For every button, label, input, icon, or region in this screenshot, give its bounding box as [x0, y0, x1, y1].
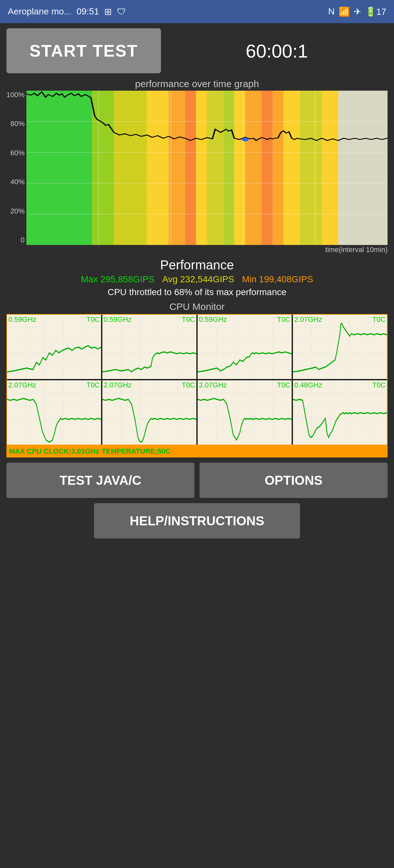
performance-title: Performance [6, 258, 388, 272]
cpu-cell-header-2: 0.59GHz T0C [199, 315, 290, 324]
y-axis: 100% 80% 60% 40% 20% 0 [6, 91, 26, 245]
cpu-freq-2: 0.59GHz [199, 315, 227, 324]
performance-note: CPU throttled to 68% of its max performa… [6, 287, 388, 298]
graph-wrapper: 100% 80% 60% 40% 20% 0 [6, 91, 388, 245]
cpu-cell-header-7: 0.48GHz T0C [294, 381, 386, 389]
performance-stats: Max 295,858GIPS Avg 232,544GIPS Min 199,… [6, 274, 388, 284]
svg-rect-15 [300, 91, 322, 245]
airplane-icon: ✈ [354, 6, 361, 17]
app-name: Aeroplane mo... [8, 6, 72, 17]
y-label-80: 80% [10, 120, 25, 128]
y-label-40: 40% [10, 178, 25, 186]
cpu-cell-7: 0.48GHz T0C [293, 380, 387, 444]
cpu-temp-6: T0C [277, 381, 290, 389]
cpu-freq-0: 0.59GHz [8, 315, 36, 324]
stat-avg: Avg 232,544GIPS [162, 274, 234, 284]
clipboard-icon: ⊞ [104, 6, 112, 17]
cpu-cell-5: 2.07GHz T0C [102, 380, 196, 444]
y-label-100: 100% [6, 91, 25, 99]
cpu-temp-5: T0C [181, 381, 195, 389]
cpu-temp-1: T0C [181, 315, 195, 324]
cpu-cell-3: 2.07GHz T0C [293, 315, 387, 379]
graph-area [26, 91, 388, 245]
svg-rect-72 [102, 380, 196, 444]
cpu-cell-header-3: 2.07GHz T0C [294, 315, 386, 324]
test-java-button[interactable]: TEST JAVA/C [6, 463, 194, 498]
status-right: N 📶 ✈ 🔋17 [328, 6, 386, 17]
cpu-freq-4: 2.07GHz [8, 381, 36, 389]
status-bar: Aeroplane mo... 09:51 ⊞ 🛡 N 📶 ✈ 🔋17 [0, 0, 394, 23]
cpu-cell-2: 0.59GHz T0C [198, 315, 292, 379]
svg-rect-1 [26, 91, 92, 245]
svg-rect-12 [262, 91, 273, 245]
performance-section: Performance Max 295,858GIPS Avg 232,544G… [6, 258, 388, 298]
wifi-icon: 📶 [339, 6, 350, 17]
svg-rect-13 [273, 91, 284, 245]
cpu-cell-6: 2.07GHz T0C [198, 380, 292, 444]
cpu-monitor-title: CPU Monitor [6, 301, 388, 312]
cpu-temp-3: T0C [372, 315, 386, 324]
stat-max: Max 295,858GIPS [81, 274, 154, 284]
y-label-60: 60% [10, 149, 25, 157]
stat-min: Min 199,408GIPS [242, 274, 313, 284]
x-axis-label: time(interval 10min) [6, 246, 388, 254]
svg-rect-81 [198, 380, 292, 444]
cpu-freq-3: 2.07GHz [294, 315, 322, 324]
cpu-temp-7: T0C [372, 381, 386, 389]
cpu-cell-header-0: 0.59GHz T0C [8, 315, 100, 324]
start-test-button[interactable]: START TEST [6, 28, 161, 73]
svg-rect-3 [114, 91, 147, 245]
svg-rect-7 [196, 91, 207, 245]
svg-rect-17 [338, 91, 388, 245]
performance-graph-container: performance over time graph 100% 80% 60%… [6, 79, 388, 254]
shield-icon: 🛡 [117, 6, 126, 17]
cpu-cell-4: 2.07GHz T0C [7, 380, 101, 444]
cpu-temperature: TEMPERATURE:50C [102, 447, 171, 456]
cpu-freq-6: 2.07GHz [199, 381, 227, 389]
top-row: START TEST 60:00:1 [6, 28, 388, 73]
graph-title: performance over time graph [6, 79, 388, 89]
cpu-freq-5: 2.07GHz [104, 381, 132, 389]
nfc-icon: N [328, 6, 335, 17]
cpu-monitor-grid: 0.59GHz T0C 0.59GHz T0C [6, 314, 388, 445]
svg-rect-10 [234, 91, 245, 245]
cpu-cell-0: 0.59GHz T0C [7, 315, 101, 379]
svg-rect-11 [245, 91, 262, 245]
svg-rect-8 [207, 91, 223, 245]
help-instructions-button[interactable]: HELP/INSTRUCTIONS [94, 503, 300, 538]
svg-rect-16 [322, 91, 338, 245]
cpu-freq-7: 0.48GHz [294, 381, 322, 389]
cpu-cell-1: 0.59GHz T0C [102, 315, 196, 379]
main-content: START TEST 60:00:1 performance over time… [0, 23, 394, 544]
options-button[interactable]: OPTIONS [200, 463, 388, 498]
help-button-container: HELP/INSTRUCTIONS [6, 503, 388, 538]
timer-display: 60:00:1 [166, 40, 388, 62]
cpu-cell-header-1: 0.59GHz T0C [104, 315, 195, 324]
svg-rect-2 [92, 91, 114, 245]
cpu-max-clock: MAX CPU CLOCK:3.01GHz [9, 447, 99, 456]
cpu-temp-0: T0C [86, 315, 100, 324]
status-left: Aeroplane mo... 09:51 ⊞ 🛡 [8, 6, 126, 17]
cpu-footer: MAX CPU CLOCK:3.01GHz TEMPERATURE:50C [6, 445, 388, 458]
svg-rect-14 [284, 91, 300, 245]
y-label-20: 20% [10, 207, 25, 215]
y-label-0: 0 [21, 236, 25, 244]
battery-icon: 🔋17 [365, 6, 386, 17]
svg-rect-9 [223, 91, 234, 245]
cpu-cell-header-6: 2.07GHz T0C [199, 381, 290, 389]
svg-point-26 [242, 137, 249, 142]
svg-rect-6 [185, 91, 196, 245]
status-time: 09:51 [77, 6, 99, 17]
cpu-freq-1: 0.59GHz [104, 315, 132, 324]
cpu-cell-header-5: 2.07GHz T0C [104, 381, 195, 389]
svg-rect-4 [147, 91, 169, 245]
cpu-cell-header-4: 2.07GHz T0C [8, 381, 100, 389]
cpu-temp-2: T0C [277, 315, 290, 324]
bottom-button-row: TEST JAVA/C OPTIONS [6, 463, 388, 498]
cpu-temp-4: T0C [86, 381, 100, 389]
